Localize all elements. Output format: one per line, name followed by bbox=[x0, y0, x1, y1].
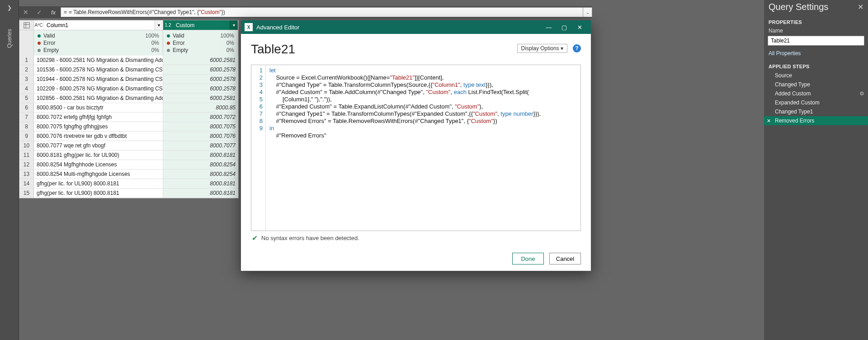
cell-column1[interactable]: 8000.7075 fghgfhg gfhhgjjses bbox=[34, 122, 163, 131]
formula-text-literal: "Custom" bbox=[199, 9, 222, 15]
cell-custom[interactable]: 6000.2578 bbox=[163, 65, 238, 74]
custom-filter-icon[interactable]: ▾ bbox=[230, 20, 238, 30]
applied-steps-heading: APPLIED STEPS bbox=[764, 61, 868, 71]
cell-custom[interactable]: 6000.2581 bbox=[163, 94, 238, 103]
table-row[interactable]: 14gfhg(per lic. for UL900) 8000.81818000… bbox=[19, 179, 238, 189]
cell-custom[interactable]: 6000.2581 bbox=[163, 56, 238, 65]
gear-icon[interactable]: ⚙ bbox=[859, 90, 864, 97]
applied-step[interactable]: Expanded Custom bbox=[764, 98, 868, 107]
row-header[interactable]: 13 bbox=[19, 170, 34, 179]
table-row[interactable]: 138000.8254 Multi-mgfhghgode Licenses800… bbox=[19, 170, 238, 179]
table-row[interactable]: 4102209 - 6000.2578 NG Migration & Disma… bbox=[19, 84, 238, 94]
cell-column1[interactable]: 8000.7077 wqe ret gfn vbogf bbox=[34, 141, 163, 150]
advanced-editor-titlebar[interactable]: X Advanced Editor — ▢ ✕ bbox=[241, 20, 591, 34]
table-icon[interactable] bbox=[19, 20, 34, 30]
cell-column1[interactable]: 101536 - 6000.2578 NG Migration & Disman… bbox=[34, 65, 163, 74]
cell-custom[interactable]: 8000.7072 bbox=[163, 113, 238, 122]
cancel-button[interactable]: Cancel bbox=[549, 253, 581, 264]
column1-filter-icon[interactable]: ▾ bbox=[155, 20, 163, 30]
row-header[interactable]: 3 bbox=[19, 75, 34, 84]
cell-custom[interactable]: 8000.8181 bbox=[163, 179, 238, 188]
applied-step[interactable]: Changed Type1 bbox=[764, 107, 868, 116]
cell-custom[interactable]: 6000.2578 bbox=[163, 75, 238, 84]
expand-queries-icon[interactable]: ❯ bbox=[0, 0, 19, 15]
row-header[interactable]: 4 bbox=[19, 84, 34, 93]
applied-step[interactable]: Changed Type bbox=[764, 80, 868, 89]
cell-custom[interactable]: 8000.8181 bbox=[163, 151, 238, 160]
cell-column1[interactable]: 8000.8254 Mgfhghhode Licenses bbox=[34, 160, 163, 169]
table-row[interactable]: 15gfhg(per lic. for UL900) 8000.81818000… bbox=[19, 189, 238, 198]
cell-column1[interactable]: 8000.7076 rtretretre ter gdb v dffbdtbt bbox=[34, 132, 163, 141]
excel-icon: X bbox=[245, 23, 253, 31]
row-header[interactable]: 1 bbox=[19, 56, 34, 65]
cell-custom[interactable]: 8000.8254 bbox=[163, 160, 238, 169]
row-header[interactable]: 6 bbox=[19, 103, 34, 112]
table-row[interactable]: 98000.7076 rtretretre ter gdb v dffbdtbt… bbox=[19, 132, 238, 141]
row-header[interactable]: 12 bbox=[19, 160, 34, 169]
column-header-column1[interactable]: AᴮC Column1 ▾ bbox=[34, 20, 163, 30]
cell-custom[interactable]: 6000.2578 bbox=[163, 84, 238, 93]
row-header[interactable]: 7 bbox=[19, 113, 34, 122]
table-row[interactable]: 5102856 - 6000.2581 NG Migration & Disma… bbox=[19, 94, 238, 103]
table-row[interactable]: 68000.8500 - car bus bicztytr8000.85 bbox=[19, 103, 238, 113]
row-header[interactable]: 10 bbox=[19, 141, 34, 150]
cell-column1[interactable]: 8000.8181 gfhg(per lic. for UL900) bbox=[34, 151, 163, 160]
all-properties-link[interactable]: All Properties bbox=[764, 48, 868, 61]
cell-custom[interactable]: 8000.7075 bbox=[163, 122, 238, 131]
table-row[interactable]: 78000.7072 ertefg gfhfjfgj fghfgh8000.70… bbox=[19, 113, 238, 122]
maximize-icon[interactable]: ▢ bbox=[557, 24, 572, 31]
applied-step[interactable]: Source bbox=[764, 71, 868, 80]
table-row[interactable]: 128000.8254 Mgfhghhode Licenses8000.8254 bbox=[19, 160, 238, 170]
row-header[interactable]: 8 bbox=[19, 122, 34, 131]
code-editor[interactable]: 123456789 let Source = Excel.CurrentWork… bbox=[251, 65, 581, 231]
cell-custom[interactable]: 8000.7076 bbox=[163, 132, 238, 141]
applied-step[interactable]: Added Custom⚙ bbox=[764, 89, 868, 98]
row-header[interactable]: 9 bbox=[19, 132, 34, 141]
row-header[interactable]: 14 bbox=[19, 179, 34, 188]
display-options-dropdown[interactable]: Display Options ▾ bbox=[517, 44, 567, 53]
cell-column1[interactable]: 8000.7072 ertefg gfhfjfgj fghfgh bbox=[34, 113, 163, 122]
cell-column1[interactable]: 8000.8500 - car bus bicztytr bbox=[34, 103, 163, 112]
applied-step[interactable]: ✕Removed Errors bbox=[764, 116, 868, 125]
cell-column1[interactable]: 102209 - 6000.2578 NG Migration & Disman… bbox=[34, 84, 163, 93]
cell-column1[interactable]: 101944 - 6000.2578 NG Migration & Disman… bbox=[34, 75, 163, 84]
formula-bar: ✕ ✓ fx = = Table.RemoveRowsWithErrors(#"… bbox=[19, 6, 592, 18]
cell-column1[interactable]: gfhg(per lic. for UL900) 8000.8181 bbox=[34, 189, 163, 198]
cell-column1[interactable]: 8000.8254 Multi-mgfhghgode Licenses bbox=[34, 170, 163, 179]
formula-expand-icon[interactable]: ⌄ bbox=[583, 7, 592, 17]
done-button[interactable]: Done bbox=[512, 253, 544, 264]
help-icon[interactable]: ? bbox=[573, 44, 581, 52]
table-row[interactable]: 2101536 - 6000.2578 NG Migration & Disma… bbox=[19, 65, 238, 75]
formula-accept-icon[interactable]: ✓ bbox=[33, 6, 46, 18]
minimize-icon[interactable]: — bbox=[541, 24, 557, 31]
window-close-icon[interactable]: ✕ bbox=[572, 24, 587, 31]
code-text[interactable]: let Source = Excel.CurrentWorkbook(){[Na… bbox=[266, 65, 580, 231]
cell-custom[interactable]: 8000.8181 bbox=[163, 189, 238, 198]
check-icon: ✔ bbox=[252, 234, 258, 242]
cell-custom[interactable]: 8000.7077 bbox=[163, 141, 238, 150]
cell-custom[interactable]: 8000.8254 bbox=[163, 170, 238, 179]
cell-column1[interactable]: 102856 - 6000.2581 NG Migration & Disman… bbox=[34, 94, 163, 103]
row-header[interactable]: 11 bbox=[19, 151, 34, 160]
formula-input[interactable]: = = Table.RemoveRowsWithErrors(#"Changed… bbox=[61, 7, 583, 17]
table-row[interactable]: 88000.7075 fghgfhg gfhhgjjses8000.7075 bbox=[19, 122, 238, 132]
delete-step-icon[interactable]: ✕ bbox=[767, 118, 771, 124]
cell-column1[interactable]: 100298 - 6000.2581 NG Migration & Disman… bbox=[34, 56, 163, 65]
cell-column1[interactable]: gfhg(per lic. for UL900) 8000.8181 bbox=[34, 179, 163, 188]
row-header[interactable]: 5 bbox=[19, 94, 34, 103]
close-icon[interactable]: ✕ bbox=[858, 3, 863, 11]
row-header[interactable]: 15 bbox=[19, 189, 34, 198]
table-row[interactable]: 108000.7077 wqe ret gfn vbogf8000.7077 bbox=[19, 141, 238, 151]
type-badge-text[interactable]: AᴮC bbox=[34, 21, 44, 30]
table-row[interactable]: 118000.8181 gfhg(per lic. for UL900)8000… bbox=[19, 151, 238, 160]
fx-icon[interactable]: fx bbox=[46, 9, 61, 16]
queries-sidebar-collapsed[interactable]: ❯ Queries bbox=[0, 0, 19, 340]
query-name-input[interactable] bbox=[768, 36, 864, 46]
formula-cancel-icon[interactable]: ✕ bbox=[19, 6, 33, 18]
column-header-custom[interactable]: 1.2 Custom ▾ bbox=[163, 20, 238, 30]
table-row[interactable]: 1100298 - 6000.2581 NG Migration & Disma… bbox=[19, 56, 238, 65]
cell-custom[interactable]: 8000.85 bbox=[163, 103, 238, 112]
table-row[interactable]: 3101944 - 6000.2578 NG Migration & Disma… bbox=[19, 75, 238, 84]
row-header[interactable]: 2 bbox=[19, 65, 34, 74]
type-badge-number[interactable]: 1.2 bbox=[163, 21, 173, 30]
